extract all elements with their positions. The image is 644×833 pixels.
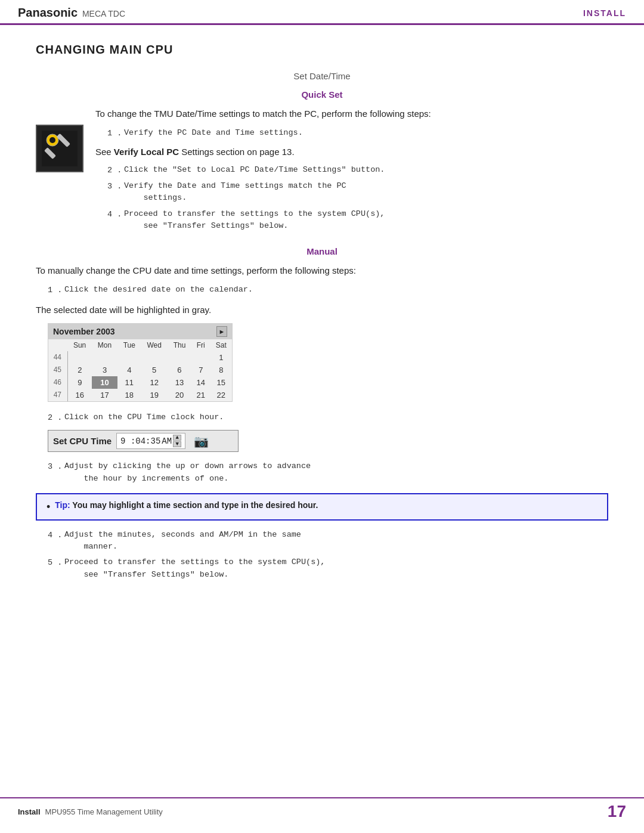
quick-set-content: To change the TMU Date/Time settings to … bbox=[95, 107, 608, 236]
tip-text: Tip: You may highlight a time section an… bbox=[55, 500, 318, 510]
step-num: 2 . bbox=[107, 164, 124, 177]
manual-step5: 5 . Proceed to transfer the settings to … bbox=[36, 556, 608, 581]
day-wed-header: Wed bbox=[141, 339, 168, 351]
cpu-time-widget[interactable]: Set CPU Time 9 :04:35 AM ▲ ▼ 📷 bbox=[48, 430, 239, 452]
step-text: Click on the CPU Time clock hour. bbox=[64, 411, 224, 425]
time-spin-down[interactable]: ▼ bbox=[173, 441, 181, 447]
calendar-day[interactable]: 8 bbox=[210, 364, 232, 376]
calendar-row: 46 9 10 11 12 13 14 15 bbox=[48, 376, 232, 389]
step-text: Verify the Date and Time settings match … bbox=[124, 180, 346, 205]
calendar-day[interactable]: 21 bbox=[191, 389, 210, 401]
week-num: 45 bbox=[48, 364, 67, 376]
calendar-day[interactable]: 1 bbox=[210, 351, 232, 364]
tip-body: You may highlight a time section and typ… bbox=[72, 500, 318, 510]
manual-step1: 1 . Click the desired date on the calend… bbox=[36, 284, 608, 297]
quick-set-step3: 3 . Verify the Date and Time settings ma… bbox=[95, 180, 608, 205]
step-text: Click the desired date on the calendar. bbox=[64, 284, 253, 297]
calendar-day-highlighted[interactable]: 10 bbox=[92, 376, 117, 389]
manual-intro: To manually change the CPU date and time… bbox=[36, 264, 608, 278]
calendar-day[interactable] bbox=[92, 351, 117, 364]
verify-rest-text: Settings section on page 13. bbox=[179, 147, 294, 157]
camera-icon[interactable]: 📷 bbox=[194, 434, 209, 448]
calendar-day[interactable]: 11 bbox=[117, 376, 141, 389]
calendar-day[interactable]: 18 bbox=[117, 389, 141, 401]
calendar-next-button[interactable]: ► bbox=[216, 326, 227, 337]
step-text: Adjust the minutes, seconds and AM/PM in… bbox=[64, 529, 301, 553]
cpu-time-label: Set CPU Time bbox=[53, 436, 112, 446]
quick-set-step2: 2 . Click the "Set to Local PC Date/Time… bbox=[95, 164, 608, 177]
calendar-day[interactable]: 12 bbox=[141, 376, 168, 389]
calendar-day[interactable]: 15 bbox=[210, 376, 232, 389]
calendar-day[interactable]: 7 bbox=[191, 364, 210, 376]
verify-local-pc-text: See Verify Local PC Settings section on … bbox=[95, 145, 608, 159]
step-num: 1 . bbox=[107, 127, 124, 140]
calendar-day[interactable]: 19 bbox=[141, 389, 168, 401]
step-text: Proceed to transfer the settings to the … bbox=[124, 208, 385, 233]
day-mon-header: Mon bbox=[92, 339, 117, 351]
calendar-day[interactable]: 16 bbox=[67, 389, 92, 401]
calendar-day[interactable] bbox=[141, 351, 168, 364]
quick-set-step4: 4 . Proceed to transfer the settings to … bbox=[95, 208, 608, 233]
week-num: 46 bbox=[48, 376, 67, 389]
week-col-header bbox=[48, 339, 67, 351]
tip-label: Tip: bbox=[55, 500, 70, 510]
day-fri-header: Fri bbox=[191, 339, 210, 351]
time-spin-buttons[interactable]: ▲ ▼ bbox=[173, 435, 181, 447]
week-num: 44 bbox=[48, 351, 67, 364]
cpu-time-ampm: AM bbox=[162, 436, 172, 446]
calendar-day[interactable] bbox=[168, 351, 191, 364]
footer-install-label: Install bbox=[18, 807, 41, 816]
cpu-time-value[interactable]: 9 :04:35 AM ▲ ▼ bbox=[116, 433, 185, 449]
quick-set-step1: 1 . Verify the PC Date and Time settings… bbox=[95, 127, 608, 140]
footer-doc-name: MPU955 Time Management Utility bbox=[45, 807, 163, 816]
tip-bullet-icon: • bbox=[47, 501, 50, 513]
header-section: Install bbox=[583, 8, 626, 18]
calendar-row: 44 1 bbox=[48, 351, 232, 364]
calendar-day[interactable]: 14 bbox=[191, 376, 210, 389]
manual-step2: 2 . Click on the CPU Time clock hour. bbox=[36, 411, 608, 425]
calendar-header: November 2003 ► bbox=[48, 324, 232, 339]
brand-name-regular: MECA TDC bbox=[80, 9, 125, 18]
manual-step3: 3 . Adjust by clicking the up or down ar… bbox=[36, 460, 608, 485]
calendar-day[interactable] bbox=[117, 351, 141, 364]
calendar-day[interactable] bbox=[67, 351, 92, 364]
day-thu-header: Thu bbox=[168, 339, 191, 351]
day-sun-header: Sun bbox=[67, 339, 92, 351]
calendar-day[interactable]: 13 bbox=[168, 376, 191, 389]
step-num: 4 . bbox=[107, 208, 124, 233]
calendar-day[interactable]: 6 bbox=[168, 364, 191, 376]
quick-set-intro: To change the TMU Date/Time settings to … bbox=[95, 107, 608, 121]
footer-left: InstallMPU955 Time Management Utility bbox=[18, 807, 163, 816]
day-sat-header: Sat bbox=[210, 339, 232, 351]
calendar-table: Sun Mon Tue Wed Thu Fri Sat 44 bbox=[48, 339, 232, 401]
step-text: Adjust by clicking the up or down arrows… bbox=[64, 460, 311, 485]
step-num: 3 . bbox=[48, 460, 64, 485]
page-header: Panasonic MECA TDC Install bbox=[0, 0, 644, 25]
main-content: Changing Main CPU Set Date/Time Quick Se… bbox=[0, 25, 644, 620]
calendar-day[interactable]: 2 bbox=[67, 364, 92, 376]
calendar-day[interactable]: 20 bbox=[168, 389, 191, 401]
manual-title: Manual bbox=[36, 246, 608, 256]
calendar-day[interactable]: 4 bbox=[117, 364, 141, 376]
step-num: 3 . bbox=[107, 180, 124, 205]
verify-bold-text: Verify Local PC bbox=[114, 147, 179, 157]
calendar-day[interactable]: 5 bbox=[141, 364, 168, 376]
calendar-row: 45 2 3 4 5 6 7 8 bbox=[48, 364, 232, 376]
step-num: 5 . bbox=[48, 556, 64, 581]
calendar-day[interactable]: 9 bbox=[67, 376, 92, 389]
tip-box: • Tip: You may highlight a time section … bbox=[36, 493, 608, 521]
week-num: 47 bbox=[48, 389, 67, 401]
step-num: 2 . bbox=[48, 411, 64, 425]
calendar-day[interactable]: 17 bbox=[92, 389, 117, 401]
see-text: See bbox=[95, 147, 114, 157]
cpu-time-display: 9 :04:35 bbox=[120, 436, 160, 446]
calendar-widget[interactable]: November 2003 ► Sun Mon Tue Wed Thu Fri … bbox=[48, 323, 233, 402]
step-num: 1 . bbox=[48, 284, 64, 297]
time-spin-up[interactable]: ▲ bbox=[173, 435, 181, 441]
day-tue-header: Tue bbox=[117, 339, 141, 351]
calendar-day[interactable] bbox=[191, 351, 210, 364]
quick-set-section: To change the TMU Date/Time settings to … bbox=[36, 107, 608, 236]
calendar-day[interactable]: 3 bbox=[92, 364, 117, 376]
calendar-day[interactable]: 22 bbox=[210, 389, 232, 401]
page-title: Changing Main CPU bbox=[36, 43, 608, 57]
